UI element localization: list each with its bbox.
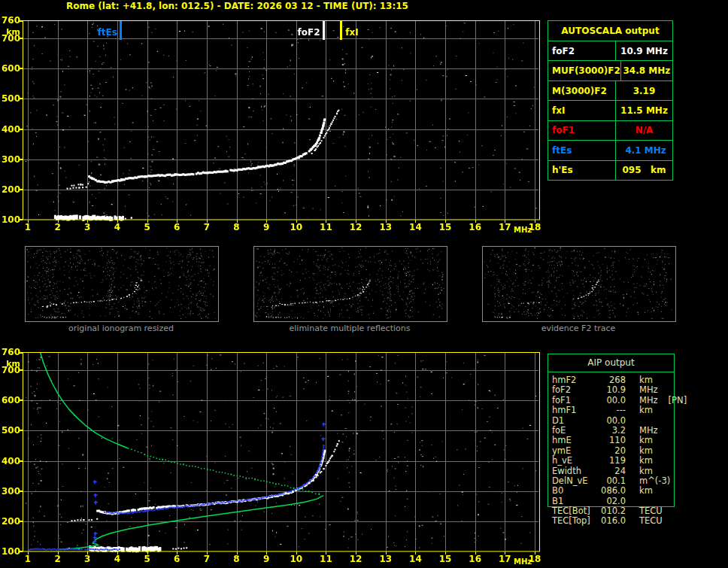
aip-row: TEC[Top]016.0TECU <box>552 516 702 526</box>
aip-row-label: foF2 <box>552 385 597 395</box>
aip-row: D100.0 <box>552 416 702 426</box>
marker-label-fxI: fxI <box>345 28 358 38</box>
aip-row-unit: MHz <box>639 396 658 405</box>
aip-row-unit: MHz <box>639 426 658 436</box>
aip-row: foF100.0MHz[PN] <box>552 396 702 405</box>
aip-row: hmF1---km <box>552 405 702 415</box>
aip-row-unit: TECU <box>639 516 663 526</box>
y-axis-tick: 760 <box>0 15 20 26</box>
x-axis-tick: 5 <box>138 554 156 564</box>
aip-row-unit: m^(-3) <box>639 476 670 486</box>
x-axis-tick: 4 <box>108 222 126 232</box>
aip-row-unit: km <box>639 436 653 445</box>
aip-row-value: 00.1 <box>597 476 626 486</box>
aip-panel-title: AIP output <box>548 354 674 372</box>
y-axis-tick: 200 <box>0 516 20 527</box>
aip-row-value: 086.0 <box>597 486 626 496</box>
x-axis-tick: 15 <box>436 222 454 232</box>
marker-label-ftEs: ftEs <box>98 28 117 38</box>
x-axis-tick: 2 <box>49 222 67 232</box>
y-axis-tick: 300 <box>0 154 20 165</box>
aip-row: foE3.2MHz <box>552 426 702 436</box>
x-axis-tick: 5 <box>138 222 156 232</box>
x-axis-tick: 9 <box>257 222 275 232</box>
autoscala-panel-title: AUTOSCALA output <box>548 21 672 41</box>
autoscala-row-value: 095 km <box>616 161 672 180</box>
x-axis-tick: 4 <box>108 554 126 564</box>
aip-row-value: 02.0 <box>597 497 626 506</box>
x-axis-tick: 16 <box>466 222 484 232</box>
thumbnail-caption-reflections: eliminate multiple reflections <box>253 324 446 333</box>
y-axis-tick: 300 <box>0 486 20 497</box>
aip-row-label: hmF2 <box>552 375 597 385</box>
y-axis-tick: 600 <box>0 63 20 74</box>
aip-row-label: ymE <box>552 446 597 456</box>
autoscala-row: h'Es095 km <box>548 161 672 180</box>
x-axis-tick: 16 <box>466 554 484 564</box>
x-axis-tick: 15 <box>436 554 454 564</box>
aip-row-label: Ewidth <box>552 466 597 476</box>
autoscala-row: ftEs 4.1 MHz <box>548 141 672 160</box>
autoscala-row: MUF(3000)F234.8 MHz <box>548 61 672 80</box>
autoscala-row-label: M(3000)F2 <box>548 81 616 100</box>
aip-rows: hmF2268kmfoF210.9MHzfoF100.0MHz[PN]hmF1-… <box>552 375 702 527</box>
aip-row-unit: MHz <box>639 385 658 395</box>
autoscala-row: foF1N/A <box>548 121 672 141</box>
aip-row-label: hmE <box>552 436 597 445</box>
aip-row-value: --- <box>597 405 626 415</box>
autoscala-row-value: N/A <box>616 121 672 140</box>
x-axis-tick: 11 <box>317 554 335 564</box>
aip-row: h_vE119km <box>552 456 702 466</box>
marker-label-foF2: foF2 <box>298 28 320 38</box>
autoscala-row-label: foF2 <box>548 41 616 60</box>
aip-row: hmE110km <box>552 436 702 445</box>
thumbnail-caption-f2: evidence F2 trace <box>482 324 675 333</box>
aip-row-label: B0 <box>552 486 597 496</box>
aip-row-value: 00.0 <box>597 416 626 426</box>
aip-row: Ewidth24km <box>552 466 702 476</box>
x-axis-tick: 2 <box>49 554 67 564</box>
thumbnail-original-canvas <box>26 247 217 320</box>
aip-row-unit: km <box>639 446 653 456</box>
aip-row-unit: km <box>639 405 653 415</box>
x-axis-tick: 3 <box>78 222 96 232</box>
autoscala-rows: foF210.9 MHzMUF(3000)F234.8 MHzM(3000)F2… <box>548 41 672 180</box>
aip-row: TEC[Bot]010.2TECU <box>552 506 702 516</box>
y-axis-tick: 500 <box>0 93 20 104</box>
x-axis-tick: 17 <box>496 222 514 232</box>
autoscala-row-label: ftEs <box>548 141 616 159</box>
x-axis-tick: 12 <box>347 222 365 232</box>
autoscala-window: Rome (lat: +41.8, lon: 012.5) - DATE: 20… <box>0 0 728 568</box>
autoscala-row-label: foF1 <box>548 121 616 140</box>
aip-row-unit: km <box>639 466 653 476</box>
aip-row-unit: km <box>639 375 653 385</box>
aip-row-value: 3.2 <box>597 426 626 436</box>
y-axis-tick: 400 <box>0 456 20 466</box>
y-axis-tick: 500 <box>0 425 20 436</box>
autoscala-row-label: MUF(3000)F2 <box>548 61 621 80</box>
x-axis-tick: 14 <box>406 554 424 564</box>
x-axis-tick: 6 <box>168 222 186 232</box>
aip-row-unit: km <box>639 456 653 466</box>
x-axis-tick: 17 <box>496 554 514 564</box>
autoscala-row: fxI11.5 MHz <box>548 101 672 120</box>
thumbnail-reflections-canvas <box>254 247 445 320</box>
autoscala-row-label: fxI <box>548 101 616 120</box>
autoscala-row-value: 4.1 MHz <box>616 141 672 159</box>
aip-row-value: 10.9 <box>597 385 626 395</box>
thumbnail-multiple-reflections <box>253 246 447 322</box>
aip-row: DelN_vE00.1m^(-3) <box>552 476 702 486</box>
aip-row-value: 00.0 <box>597 396 626 405</box>
thumbnail-f2-canvas <box>483 247 674 320</box>
aip-row-label: TEC[Top] <box>552 516 597 526</box>
x-axis-tick: 18 <box>526 222 544 232</box>
aip-row: foF210.9MHz <box>552 385 702 395</box>
autoscala-row: foF210.9 MHz <box>548 41 672 61</box>
aip-row-value: 20 <box>597 446 626 456</box>
x-axis-tick: 11 <box>317 222 335 232</box>
y-axis-tick: 400 <box>0 124 20 135</box>
thumbnail-caption-original: original ionogram resized <box>25 324 217 333</box>
y-axis-tick: 200 <box>0 184 20 195</box>
x-axis-tick: 14 <box>406 222 424 232</box>
x-axis-tick: 3 <box>78 554 96 564</box>
